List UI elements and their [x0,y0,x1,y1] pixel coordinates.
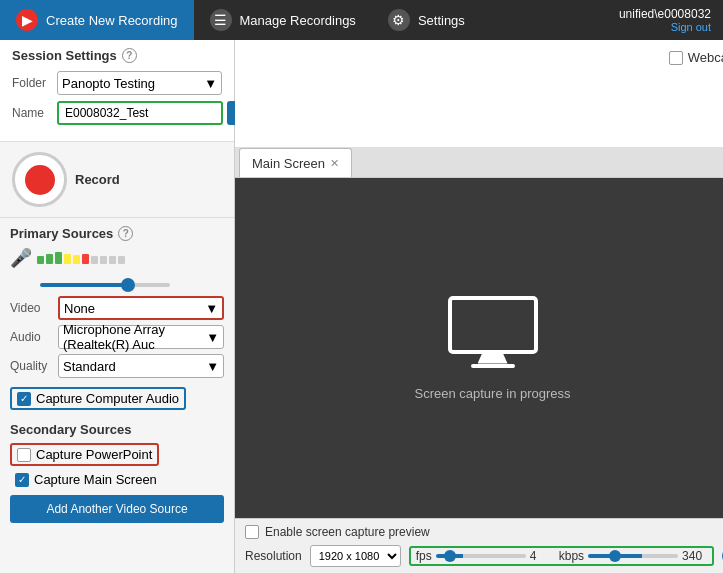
manage-tab-label: Manage Recordings [240,13,356,28]
record-button[interactable] [12,152,67,207]
left-panel: Session Settings ? Folder Panopto Testin… [0,40,235,573]
meter-bar-1 [37,256,44,264]
audio-label: Audio [10,330,58,344]
audio-dropdown-icon: ▼ [206,330,219,345]
folder-value: Panopto Testing [62,76,155,91]
secondary-sources-title: Secondary Sources [10,422,224,437]
meter-bar-8 [100,256,107,264]
quality-dropdown-icon: ▼ [206,359,219,374]
webcast-checkbox[interactable] [669,51,683,65]
kbps-value: 340 [682,549,707,563]
meter-bar-10 [118,256,125,264]
capture-main-screen-row[interactable]: ✓ Capture Main Screen [10,470,224,489]
preview-tabs: Main Screen ✕ [235,148,723,178]
main-content: Session Settings ? Folder Panopto Testin… [0,40,723,573]
quality-value: Standard [63,359,116,374]
fps-value: 4 [530,549,555,563]
video-row: Video None ▼ [10,296,224,320]
capture-main-label: Capture Main Screen [34,472,157,487]
screen-icon [448,296,538,366]
username: unified\e0008032 [619,7,711,21]
resolution-label: Resolution [245,549,302,563]
video-value: None [64,301,95,316]
monitor-base [471,364,515,368]
video-dropdown-icon: ▼ [205,301,218,316]
meter-bar-6 [82,254,89,264]
monitor-body [448,296,538,354]
manage-recordings-tab[interactable]: ☰ Manage Recordings [194,0,372,40]
name-input[interactable] [57,101,223,125]
audio-meter: 🎤 [10,247,224,269]
settings-tab[interactable]: ⚙ Settings [372,0,481,40]
enable-preview-row: Enable screen capture preview [245,525,723,539]
enable-preview-checkbox[interactable] [245,525,259,539]
resolution-select[interactable]: 1920 x 1080 1280 x 720 1024 x 768 [310,545,401,567]
resolution-row: Resolution 1920 x 1080 1280 x 720 1024 x… [245,545,723,567]
meter-bar-2 [46,254,53,264]
kbps-label: kbps [559,549,584,563]
folder-dropdown-icon: ▼ [204,76,217,91]
name-label: Name [12,106,57,120]
meter-bars [37,252,125,264]
top-navigation: ▶ Create New Recording ☰ Manage Recordin… [0,0,723,40]
capture-audio-label: Capture Computer Audio [36,391,179,406]
audio-value: Microphone Array (Realtek(R) Auc [63,322,206,352]
tab-close-icon[interactable]: ✕ [330,157,339,170]
screen-capture-text: Screen capture in progress [414,386,570,401]
create-recording-tab[interactable]: ▶ Create New Recording [0,0,194,40]
kbps-slider[interactable] [588,554,678,558]
video-select[interactable]: None ▼ [58,296,224,320]
user-info: unified\e0008032 Sign out [619,7,723,33]
capture-ppt-label: Capture PowerPoint [36,447,152,462]
name-row: Name Join Session ▼ [12,101,222,125]
record-area: Record [0,142,234,218]
record-label: Record [75,172,120,187]
quality-label: Quality [10,359,58,373]
audio-row: Audio Microphone Array (Realtek(R) Auc ▼ [10,325,224,349]
folder-label: Folder [12,76,57,90]
meter-bar-3 [55,252,62,264]
right-panel: Webcast Main Screen ✕ Screen capture in … [235,40,723,573]
primary-sources-title: Primary Sources ? [10,226,224,241]
preview-area: Screen capture in progress [235,178,723,518]
capture-main-checkbox[interactable]: ✓ [15,473,29,487]
manage-icon: ☰ [210,9,232,31]
session-help-icon[interactable]: ? [122,48,137,63]
record-dot [25,165,55,195]
right-session-area: Webcast [235,40,723,148]
main-screen-tab[interactable]: Main Screen ✕ [239,148,352,177]
folder-row: Folder Panopto Testing ▼ [12,71,222,95]
volume-slider[interactable] [40,283,170,287]
capture-audio-checkbox[interactable]: ✓ [17,392,31,406]
meter-bar-7 [91,256,98,264]
capture-ppt-container[interactable]: Capture PowerPoint [10,443,159,466]
capture-audio-container[interactable]: ✓ Capture Computer Audio [10,387,186,410]
meter-bar-4 [64,254,71,264]
bottom-bar: Enable screen capture preview Resolution… [235,518,723,573]
create-tab-label: Create New Recording [46,13,178,28]
secondary-sources-section: Secondary Sources Capture PowerPoint ✓ C… [10,422,224,523]
webcast-row: Webcast [669,50,723,65]
meter-bar-5 [73,255,80,264]
fps-slider[interactable] [436,554,526,558]
settings-tab-label: Settings [418,13,465,28]
folder-select[interactable]: Panopto Testing ▼ [57,71,222,95]
primary-sources-help-icon[interactable]: ? [118,226,133,241]
quality-select[interactable]: Standard ▼ [58,354,224,378]
session-settings-title: Session Settings ? [12,48,222,63]
enable-preview-label: Enable screen capture preview [265,525,430,539]
session-settings-section: Session Settings ? Folder Panopto Testin… [0,40,234,142]
fps-group: fps 4 kbps 340 [409,546,714,566]
microphone-icon: 🎤 [10,247,32,269]
quality-row: Quality Standard ▼ [10,354,224,378]
meter-bar-9 [109,256,116,264]
signout-link[interactable]: Sign out [619,21,711,33]
monitor-stand [478,354,508,364]
sources-panel: Primary Sources ? 🎤 [0,218,234,573]
preview-tab-label: Main Screen [252,156,325,171]
record-icon: ▶ [16,9,38,31]
audio-select[interactable]: Microphone Array (Realtek(R) Auc ▼ [58,325,224,349]
capture-ppt-checkbox[interactable] [17,448,31,462]
settings-icon: ⚙ [388,9,410,31]
add-source-button[interactable]: Add Another Video Source [10,495,224,523]
